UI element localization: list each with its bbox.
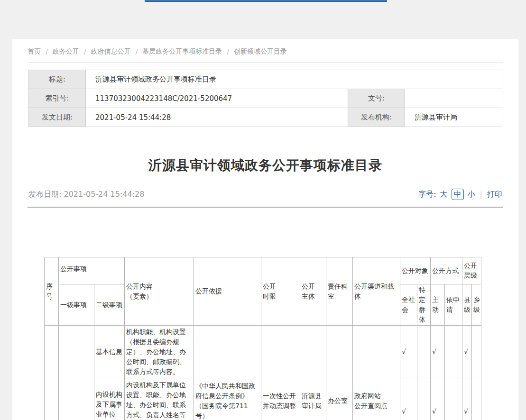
controls-divider: | — [480, 190, 482, 199]
header-row-groups: 序号 公开事项 公开内容 （要素） 公开依据 公开 时限 公开 主体 责任科室 … — [45, 257, 481, 284]
col-header-channel: 公开渠道和载体 — [353, 257, 400, 326]
font-size-controls: 字号: 大 中 小 | 打印 — [418, 189, 502, 200]
publish-date-value: 2021-05-24 15:44:28 — [64, 190, 144, 199]
col-header-on-request: 依申请 — [445, 284, 462, 326]
table-row: 基本信息 机构职能、机构设置（根据县委编办规定）、办公地址、办公时间、邮政编码、… — [45, 326, 481, 378]
cell-time-limit: 一次性公开并动态调整 — [261, 326, 300, 420]
breadcrumb-zhengwu[interactable]: 政务公开 — [53, 47, 79, 56]
cell-check-on-request — [445, 326, 462, 378]
cell-check-township — [472, 326, 481, 378]
cell-xuhao — [45, 326, 59, 420]
cell-check-to-group — [417, 378, 431, 420]
breadcrumb-info-disclosure[interactable]: 政府信息公开 — [91, 47, 130, 56]
meta-org-value: 沂源县审计局 — [405, 108, 502, 127]
meta-docnum-value — [405, 89, 502, 108]
cell-check-on-request — [445, 378, 462, 420]
col-header-xuhao: 序号 — [45, 257, 59, 326]
col-header-level: 公开 层级 — [462, 257, 481, 284]
breadcrumb-separator: / — [46, 48, 48, 55]
document-meta-table: 标题: 沂源县审计领域政务公开事项标准目录 索引号: 1137032300422… — [28, 70, 502, 127]
col-header-to-group: 特定群体 — [417, 284, 431, 326]
meta-date-value: 2021-05-24 15:44:28 — [86, 108, 348, 127]
breadcrumb-separator: / — [135, 48, 138, 55]
print-button[interactable]: 打印 — [487, 190, 502, 200]
cell-level2: 基本信息 — [94, 326, 125, 378]
breadcrumb-separator: / — [84, 48, 86, 55]
meta-docnum-label: 文号: — [348, 89, 405, 108]
cell-check-proactive: √ — [431, 378, 445, 420]
breadcrumb-standard-catalog[interactable]: 基层政务公开事项标准目录 — [142, 47, 222, 56]
cell-channel: 政府网站 公开查阅点 — [353, 326, 400, 420]
cell-check-to-public: √ — [400, 326, 417, 378]
cell-level1 — [59, 326, 94, 420]
page-title: 沂源县审计领域政务公开事项标准目录 — [12, 156, 518, 174]
cell-check-township — [472, 378, 481, 420]
col-header-to-public: 全社会 — [400, 284, 417, 326]
col-header-audience: 公开对象 — [400, 257, 431, 284]
cell-check-county: √ — [462, 326, 472, 378]
cell-check-county: √ — [462, 378, 472, 420]
col-header-level1: 一级事项 — [59, 284, 94, 326]
meta-index-label: 索引号: — [29, 89, 86, 108]
meta-org-label: 发布机构: — [348, 108, 405, 127]
catalog-table-container: 序号 公开事项 公开内容 （要素） 公开依据 公开 时限 公开 主体 责任科室 … — [44, 257, 518, 420]
meta-row-index: 索引号: 11370323004223148C/2021-5200647 文号: — [29, 89, 502, 108]
col-header-content: 公开内容 （要素） — [125, 257, 194, 326]
top-navbar-remnant — [145, 0, 387, 2]
breadcrumb-home[interactable]: 首页 — [28, 47, 41, 56]
publish-date: 发布日期: 2021-05-24 15:44:28 — [28, 190, 144, 200]
font-size-label: 字号: — [418, 190, 436, 200]
font-size-large-button[interactable]: 大 — [440, 190, 448, 200]
cell-subject: 沂源县审计局 — [300, 326, 326, 420]
cell-department: 办公室 — [326, 326, 353, 420]
content-card: 首页 / 政务公开 / 政府信息公开 / 基层政务公开事项标准目录 / 创新领域… — [12, 39, 518, 420]
publish-info-row: 发布日期: 2021-05-24 15:44:28 字号: 大 中 小 | 打印 — [28, 189, 502, 200]
publish-date-label: 发布日期: — [28, 190, 61, 199]
breadcrumb-separator: / — [227, 48, 229, 55]
cell-content: 内设机构及下属单位设置、职能、办公地址、办公时间、联系方式、负责人姓名等内容。 — [125, 378, 194, 420]
cell-level2: 内设机构及下属事业单位 — [94, 378, 125, 420]
col-header-county: 县级 — [462, 284, 472, 326]
col-header-level2: 二级事项 — [94, 284, 125, 326]
meta-row-title: 标题: 沂源县审计领域政务公开事项标准目录 — [29, 70, 502, 89]
col-header-gongkai-shixiang: 公开事项 — [59, 257, 125, 284]
article-divider — [28, 207, 503, 208]
col-header-basis: 公开依据 — [194, 257, 261, 326]
cell-basis: 《中华人民共和国政府信息公开条例》（国务院令第711号） — [194, 326, 261, 420]
meta-row-date: 发文日期: 2021-05-24 15:44:28 发布机构: 沂源县审计局 — [29, 108, 502, 127]
col-header-department: 责任科室 — [326, 257, 353, 326]
col-header-township: 乡级 — [472, 284, 481, 326]
font-size-medium-button[interactable]: 中 — [452, 189, 464, 200]
disclosure-catalog-table: 序号 公开事项 公开内容 （要素） 公开依据 公开 时限 公开 主体 责任科室 … — [44, 257, 481, 420]
meta-index-value: 11370323004223148C/2021-5200647 — [86, 89, 348, 108]
breadcrumb-divider — [28, 62, 503, 63]
col-header-subject: 公开 主体 — [300, 257, 326, 326]
col-header-method: 公开方式 — [431, 257, 462, 284]
font-size-small-button[interactable]: 小 — [468, 190, 475, 200]
cell-check-to-group — [417, 326, 431, 378]
meta-title-value: 沂源县审计领域政务公开事项标准目录 — [86, 70, 502, 89]
col-header-proactive: 主动 — [431, 284, 445, 326]
cell-check-proactive: √ — [431, 326, 445, 378]
cell-content: 机构职能、机构设置（根据县委编办规定）、办公地址、办公时间、邮政编码、联系方式等… — [125, 326, 194, 378]
breadcrumb: 首页 / 政务公开 / 政府信息公开 / 基层政务公开事项标准目录 / 创新领域… — [12, 39, 518, 56]
breadcrumb-innovation-catalog[interactable]: 创新领域公开目录 — [234, 47, 287, 56]
cell-check-to-public: √ — [400, 378, 417, 420]
meta-title-label: 标题: — [29, 70, 86, 89]
col-header-time-limit: 公开 时限 — [261, 257, 300, 326]
meta-date-label: 发文日期: — [29, 108, 86, 127]
